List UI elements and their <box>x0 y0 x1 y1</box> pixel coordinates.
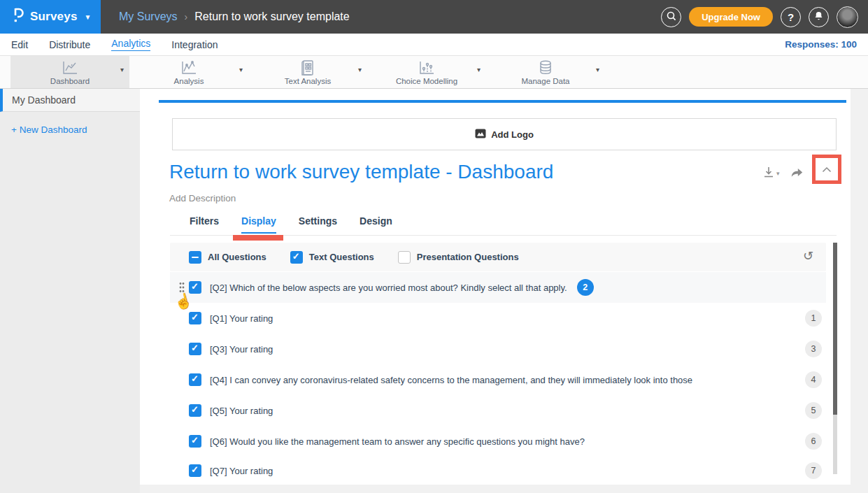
filter-label: Presentation Questions <box>417 252 519 262</box>
question-filter-bar: All Questions Text Questions Presentatio… <box>170 243 826 271</box>
toolbar-item-text-analysis[interactable]: Text Analysis ▾ <box>248 56 367 88</box>
question-text: [Q6] Would you like the management team … <box>210 436 585 447</box>
dashboard-tabs: Filters Display Settings Design <box>190 215 392 234</box>
download-button[interactable]: ▾ <box>762 166 780 181</box>
help-button[interactable]: ? <box>781 7 801 27</box>
question-order-badge: 5 <box>805 402 822 419</box>
tab-display[interactable]: Display <box>241 215 276 234</box>
responses-count[interactable]: Responses: 100 <box>785 39 857 50</box>
toolbar-item-analysis[interactable]: Analysis ▾ <box>129 56 248 88</box>
question-row[interactable]: [Q4] I can convey any coronavirus-relate… <box>170 364 826 395</box>
filter-label: All Questions <box>208 252 266 262</box>
toolbar-item-label: Manage Data <box>521 77 569 85</box>
checkbox-checked-icon[interactable] <box>189 343 201 355</box>
tab-settings[interactable]: Settings <box>299 215 337 234</box>
question-row[interactable]: [Q2] Which of the below aspects are you … <box>170 272 826 303</box>
share-icon <box>790 169 804 180</box>
chevron-down-icon[interactable]: ▾ <box>596 66 599 73</box>
avatar[interactable] <box>837 6 858 28</box>
checkbox-checked-icon[interactable] <box>290 251 303 264</box>
checkbox-checked-icon[interactable] <box>189 404 201 417</box>
line-chart-icon <box>61 59 79 76</box>
question-row[interactable]: [Q5] Your rating 5 <box>170 395 826 426</box>
breadcrumb-current: Return to work survey template <box>194 10 349 23</box>
help-icon: ? <box>788 11 794 23</box>
add-logo-dropzone[interactable]: Add Logo <box>172 118 837 150</box>
database-icon <box>537 59 554 76</box>
chevron-down-icon[interactable]: ▾ <box>477 66 481 73</box>
chevron-down-icon: ▾ <box>776 170 780 177</box>
breadcrumb-separator: › <box>185 11 188 22</box>
questionpro-logo-icon <box>11 6 24 27</box>
question-row[interactable]: [Q7] Your rating 7 <box>170 457 826 485</box>
add-description[interactable]: Add Description <box>169 193 236 203</box>
trend-chart-icon <box>180 59 198 76</box>
chevron-down-icon[interactable]: ▾ <box>358 66 362 73</box>
nav-item-distribute[interactable]: Distribute <box>49 39 90 50</box>
add-logo-label: Add Logo <box>491 129 534 140</box>
chevron-down-icon: ▼ <box>85 13 92 21</box>
filter-all-questions[interactable]: All Questions <box>189 251 266 264</box>
checkbox-checked-icon[interactable] <box>189 312 201 324</box>
question-text: [Q7] Your rating <box>210 466 273 476</box>
question-order-badge: 3 <box>805 341 822 357</box>
checkbox-unchecked-icon[interactable] <box>398 251 411 264</box>
breadcrumb-my-surveys[interactable]: My Surveys <box>119 10 178 23</box>
checkbox-checked-icon[interactable] <box>189 281 201 294</box>
app-name: Surveys <box>30 10 78 24</box>
annotation-highlight-display-tab <box>233 235 283 241</box>
share-button[interactable] <box>790 166 804 181</box>
checkbox-checked-icon[interactable] <box>189 373 201 386</box>
question-order-badge: 6 <box>805 433 822 450</box>
tab-design[interactable]: Design <box>360 215 392 234</box>
sidebar-item-my-dashboard[interactable]: My Dashboard <box>0 89 140 112</box>
checkbox-indeterminate-icon[interactable] <box>189 251 201 264</box>
nav-item-integration[interactable]: Integration <box>171 39 218 50</box>
search-button[interactable] <box>661 7 681 27</box>
question-text: [Q1] Your rating <box>210 313 273 324</box>
image-icon <box>475 129 486 141</box>
scrollbar-track <box>833 415 837 474</box>
app-switcher[interactable]: Surveys ▼ <box>0 0 101 34</box>
question-order-badge: 4 <box>805 371 822 388</box>
toolbar-item-choice-modelling[interactable]: Choice Modelling ▾ <box>367 56 486 88</box>
collapse-chevron-icon <box>822 163 832 176</box>
question-row[interactable]: [Q3] Your rating 3 <box>170 334 826 364</box>
checkbox-checked-icon[interactable] <box>189 464 201 477</box>
collapse-panel-button-highlighted[interactable] <box>812 155 841 184</box>
new-dashboard-button[interactable]: + New Dashboard <box>11 124 140 135</box>
chevron-down-icon[interactable]: ▾ <box>120 66 124 73</box>
filter-label: Text Questions <box>309 252 374 262</box>
question-text: [Q5] Your rating <box>210 406 273 416</box>
accent-topline <box>159 100 846 103</box>
upgrade-now-button[interactable]: Upgrade Now <box>689 7 773 27</box>
toolbar-item-manage-data[interactable]: Manage Data ▾ <box>486 56 605 88</box>
chevron-down-icon[interactable]: ▾ <box>239 66 243 73</box>
scrollbar-thumb[interactable] <box>833 243 837 415</box>
question-row[interactable]: [Q1] Your rating 1 <box>170 303 826 334</box>
scatter-chart-icon <box>418 59 436 76</box>
question-order-badge: 1 <box>805 310 822 327</box>
toolbar-item-dashboard[interactable]: Dashboard ▾ <box>10 56 129 88</box>
nav-item-edit[interactable]: Edit <box>11 39 28 50</box>
checkbox-checked-icon[interactable] <box>189 435 201 448</box>
toolbar-item-label: Dashboard <box>50 77 90 85</box>
page-title[interactable]: Return to work survey template - Dashboa… <box>169 161 553 183</box>
bell-icon <box>813 10 824 23</box>
nav-item-analytics[interactable]: Analytics <box>111 38 150 51</box>
dashboard-actions: ▾ <box>762 155 841 184</box>
search-icon <box>666 10 677 24</box>
toolbar-item-label: Text Analysis <box>285 77 331 85</box>
filter-presentation-questions[interactable]: Presentation Questions <box>398 251 519 264</box>
question-text: [Q3] Your rating <box>210 344 273 355</box>
filter-text-questions[interactable]: Text Questions <box>290 251 374 264</box>
notifications-button[interactable] <box>809 7 829 27</box>
module-nav: Edit Distribute Analytics Integration Re… <box>0 34 868 56</box>
list-scrollbar[interactable] <box>833 243 837 474</box>
tab-filters[interactable]: Filters <box>190 215 219 234</box>
question-text: [Q2] Which of the below aspects are you … <box>210 283 567 293</box>
question-order-badge: 7 <box>805 462 822 479</box>
question-row[interactable]: [Q6] Would you like the management team … <box>170 426 826 457</box>
reset-refresh-icon[interactable]: ↺ <box>803 250 813 262</box>
toolbar-item-label: Choice Modelling <box>396 77 457 85</box>
